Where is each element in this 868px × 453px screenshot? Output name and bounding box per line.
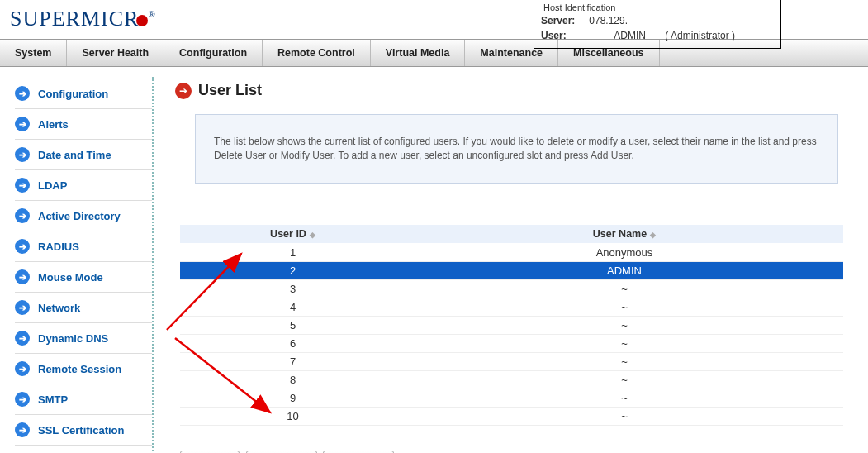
- arrow-right-icon: ➔: [15, 361, 30, 376]
- sidebar-item-label: SMTP: [38, 393, 68, 406]
- cell-username: ~: [406, 298, 843, 316]
- table-row[interactable]: 6~: [180, 334, 843, 352]
- table-row[interactable]: 8~: [180, 370, 843, 389]
- sidebar: ➔Configuration➔Alerts➔Date and Time➔LDAP…: [0, 77, 154, 453]
- table-row[interactable]: 10~: [180, 407, 843, 425]
- cell-userid: 3: [180, 279, 406, 298]
- host-title: Host Identification: [541, 2, 618, 12]
- arrow-right-icon: ➔: [15, 269, 30, 284]
- sidebar-item-label: Dynamic DNS: [38, 332, 108, 345]
- server-value: 078.129.: [589, 15, 628, 26]
- cell-userid: 10: [180, 407, 406, 425]
- page-title-row: ➔ User List: [175, 82, 838, 99]
- user-role: ( Administrator ): [665, 30, 735, 41]
- table-row[interactable]: 5~: [180, 316, 843, 334]
- sidebar-item-ssl-certification[interactable]: ➔SSL Certification: [15, 415, 152, 446]
- user-label: User:: [541, 30, 586, 41]
- sidebar-item-label: Alerts: [38, 118, 69, 131]
- cell-userid: 4: [180, 298, 406, 316]
- cell-username: ~: [406, 407, 843, 425]
- arrow-right-icon: ➔: [175, 83, 192, 99]
- brand-reg: ®: [148, 9, 155, 19]
- column-header-userid[interactable]: User ID◆: [180, 225, 406, 244]
- sidebar-item-label: SSL Certification: [38, 424, 125, 436]
- sort-icon: ◆: [310, 231, 315, 239]
- sidebar-item-configuration[interactable]: ➔Configuration: [15, 79, 152, 109]
- cell-username: ~: [406, 279, 843, 298]
- sidebar-item-label: Network: [38, 302, 80, 314]
- sidebar-item-label: RADIUS: [38, 241, 79, 253]
- arrow-right-icon: ➔: [15, 117, 30, 131]
- arrow-right-icon: ➔: [15, 331, 30, 346]
- cell-username: ADMIN: [406, 261, 843, 279]
- cell-userid: 2: [180, 261, 406, 279]
- sidebar-item-label: Mouse Mode: [38, 271, 103, 284]
- arrow-right-icon: ➔: [15, 392, 30, 407]
- brand-dot-icon: [136, 15, 148, 26]
- table-row[interactable]: 4~: [180, 298, 843, 316]
- arrow-right-icon: ➔: [15, 147, 30, 162]
- server-label: Server:: [541, 15, 586, 26]
- topnav-item-remote-control[interactable]: Remote Control: [263, 40, 371, 66]
- cell-username: Anonymous: [406, 243, 843, 261]
- sidebar-item-remote-session[interactable]: ➔Remote Session: [15, 354, 152, 384]
- cell-username: ~: [406, 389, 843, 407]
- logo: SUPERMICR®: [10, 7, 156, 31]
- topnav-item-system[interactable]: System: [0, 40, 67, 66]
- arrow-right-icon: ➔: [15, 86, 30, 101]
- sidebar-item-network[interactable]: ➔Network: [15, 293, 152, 323]
- sidebar-item-label: Date and Time: [38, 149, 111, 161]
- table-row[interactable]: 3~: [180, 279, 843, 298]
- cell-userid: 8: [180, 370, 406, 389]
- cell-username: ~: [406, 334, 843, 352]
- cell-username: ~: [406, 352, 843, 370]
- arrow-right-icon: ➔: [15, 422, 30, 437]
- arrow-right-icon: ➔: [15, 300, 30, 315]
- sidebar-item-label: Remote Session: [38, 363, 121, 375]
- sidebar-item-radius[interactable]: ➔RADIUS: [15, 231, 152, 262]
- table-row[interactable]: 2ADMIN: [180, 261, 843, 279]
- cell-username: ~: [406, 316, 843, 334]
- arrow-right-icon: ➔: [15, 239, 30, 254]
- cell-username: ~: [406, 370, 843, 389]
- sidebar-item-date-and-time[interactable]: ➔Date and Time: [15, 140, 152, 170]
- sidebar-item-label: Active Directory: [38, 210, 121, 222]
- user-table: User ID◆ User Name◆ 1Anonymous2ADMIN3~4~…: [180, 225, 843, 426]
- sidebar-item-mouse-mode[interactable]: ➔Mouse Mode: [15, 262, 152, 293]
- table-row[interactable]: 1Anonymous: [180, 243, 843, 261]
- table-row[interactable]: 9~: [180, 389, 843, 407]
- cell-userid: 7: [180, 352, 406, 370]
- cell-userid: 9: [180, 389, 406, 407]
- topnav-item-virtual-media[interactable]: Virtual Media: [371, 40, 466, 66]
- column-header-username[interactable]: User Name◆: [406, 225, 843, 244]
- sidebar-item-alerts[interactable]: ➔Alerts: [15, 109, 152, 140]
- cell-userid: 6: [180, 334, 406, 352]
- sort-icon: ◆: [650, 231, 656, 239]
- sidebar-item-smtp[interactable]: ➔SMTP: [15, 384, 152, 415]
- sidebar-item-label: LDAP: [38, 179, 67, 192]
- intro-box: The list below shows the current list of…: [195, 114, 838, 184]
- sidebar-item-ldap[interactable]: ➔LDAP: [15, 170, 152, 201]
- user-value: ADMIN: [614, 30, 646, 41]
- arrow-right-icon: ➔: [15, 208, 30, 223]
- brand-text: SUPERMICR: [10, 7, 139, 31]
- host-identification-box: Host Identification Server: 078.129. Use…: [534, 0, 781, 49]
- topnav-item-server-health[interactable]: Server Health: [67, 40, 164, 66]
- add-user-button[interactable]: Add User: [180, 451, 240, 453]
- sidebar-item-active-directory[interactable]: ➔Active Directory: [15, 201, 152, 231]
- modify-user-button[interactable]: Modify User: [246, 451, 317, 453]
- table-row[interactable]: 7~: [180, 352, 843, 370]
- delete-user-button[interactable]: Delete User: [323, 451, 393, 453]
- sidebar-item-dynamic-dns[interactable]: ➔Dynamic DNS: [15, 323, 152, 354]
- sidebar-item-label: Configuration: [38, 88, 108, 100]
- topnav-item-configuration[interactable]: Configuration: [164, 40, 263, 66]
- arrow-right-icon: ➔: [15, 178, 30, 193]
- cell-userid: 1: [180, 243, 406, 261]
- page-title: User List: [198, 82, 262, 99]
- cell-userid: 5: [180, 316, 406, 334]
